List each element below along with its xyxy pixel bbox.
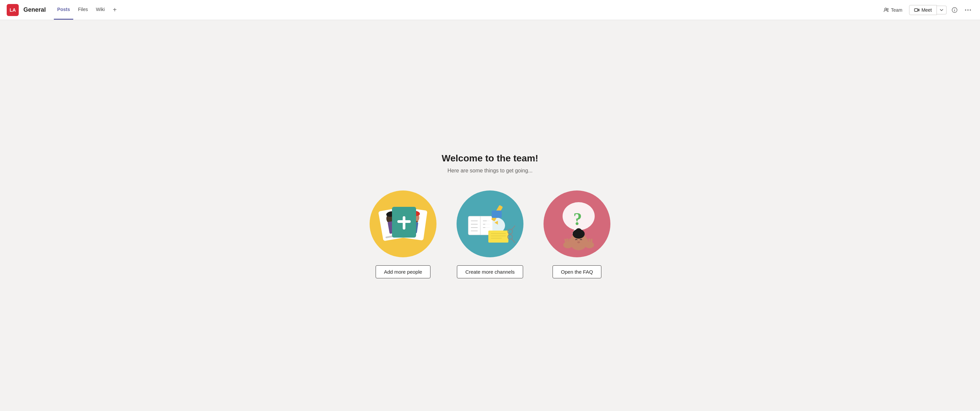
svg-line-42: [511, 225, 515, 230]
svg-rect-2: [915, 9, 918, 11]
info-button[interactable]: [949, 5, 960, 15]
channel-name: General: [24, 6, 46, 13]
svg-rect-36: [488, 230, 508, 243]
create-channels-button[interactable]: Create more channels: [457, 265, 523, 278]
add-more-people-button[interactable]: Add more people: [375, 265, 431, 278]
svg-rect-35: [492, 211, 502, 218]
team-button[interactable]: Team: [880, 5, 907, 15]
meet-button-group: Meet: [909, 5, 947, 15]
video-icon: [914, 7, 920, 13]
tab-posts[interactable]: Posts: [54, 0, 73, 20]
svg-line-54: [567, 239, 568, 242]
chevron-down-icon: [940, 8, 943, 12]
nav-tabs: Posts Files Wiki +: [54, 0, 120, 20]
create-channels-card: Create more channels: [457, 190, 523, 278]
welcome-title: Welcome to the team!: [442, 153, 538, 164]
svg-text:?: ?: [573, 209, 582, 229]
meet-button[interactable]: Meet: [909, 5, 937, 15]
app-header: LA General Posts Files Wiki + Team: [0, 0, 980, 20]
svg-line-58: [591, 240, 592, 242]
add-people-svg: [371, 192, 435, 255]
svg-rect-5: [954, 9, 955, 10]
open-faq-illustration: ?: [544, 190, 611, 257]
svg-point-7: [967, 10, 969, 11]
add-tab-button[interactable]: +: [109, 5, 120, 15]
svg-rect-4: [954, 10, 955, 11]
svg-point-6: [965, 10, 966, 11]
svg-point-8: [970, 10, 971, 11]
create-channels-illustration: [457, 190, 523, 257]
svg-line-55: [570, 240, 570, 242]
svg-point-0: [885, 8, 887, 10]
channels-svg: [458, 192, 522, 255]
team-icon: [884, 7, 889, 13]
welcome-subtitle: Here are some things to get going...: [447, 168, 533, 174]
tab-files[interactable]: Files: [75, 0, 91, 20]
ellipsis-icon: [965, 10, 971, 11]
svg-line-56: [587, 240, 587, 242]
more-options-button[interactable]: [963, 5, 973, 15]
svg-point-49: [575, 228, 582, 235]
app-icon: LA: [7, 4, 19, 16]
faq-svg: ?: [545, 192, 609, 255]
open-faq-button[interactable]: Open the FAQ: [552, 265, 601, 278]
add-people-illustration: [369, 190, 436, 257]
cards-container: Add more people: [369, 190, 611, 278]
header-right: Team Meet: [880, 5, 973, 15]
tab-wiki[interactable]: Wiki: [93, 0, 108, 20]
main-content: Welcome to the team! Here are some thing…: [0, 20, 980, 411]
svg-line-53: [565, 240, 566, 242]
meet-dropdown-button[interactable]: [937, 6, 947, 14]
info-icon: [951, 7, 958, 13]
svg-rect-21: [397, 220, 411, 223]
svg-point-50: [577, 241, 580, 243]
svg-line-43: [511, 239, 515, 243]
add-people-card: Add more people: [369, 190, 436, 278]
open-faq-card: ?: [544, 190, 611, 278]
svg-point-1: [887, 8, 888, 10]
